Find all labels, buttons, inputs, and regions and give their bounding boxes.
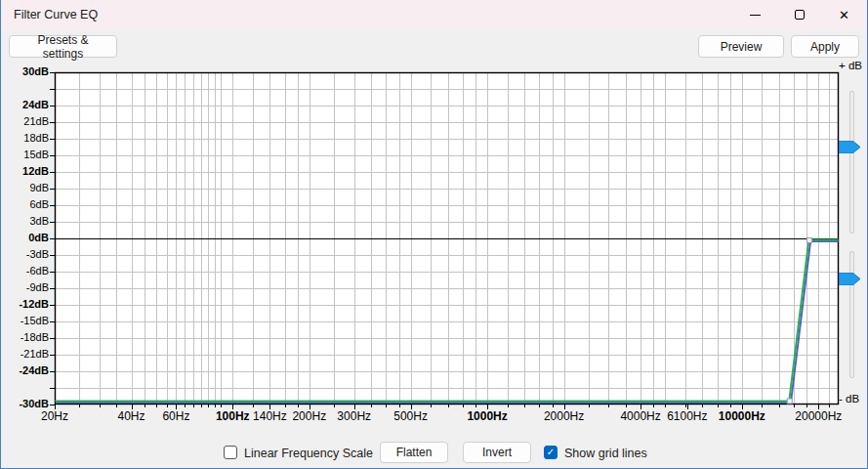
max-db-slider-thumb[interactable] [839, 141, 861, 153]
y-axis-label--21db: -21dB [1, 348, 49, 361]
y-axis-label-0db: 0dB [1, 232, 49, 244]
x-axis-label-2000hz: 2000Hz [525, 409, 603, 423]
curve-control-point[interactable] [787, 399, 792, 404]
eq-curve-plot[interactable] [1, 0, 868, 469]
y-axis-label-3db: 3dB [1, 215, 49, 228]
y-axis-label--12db: -12dB [1, 298, 49, 311]
y-axis-label-21db: 21dB [1, 115, 49, 128]
y-axis-label-24db: 24dB [1, 99, 49, 111]
show-grid-lines-checkbox[interactable]: ✓ [544, 446, 558, 459]
y-axis-label-18db: 18dB [1, 132, 49, 145]
minus-db-label: - dB [839, 393, 859, 405]
x-axis-label-10000hz: 10000Hz [703, 409, 781, 423]
x-axis-label-1000hz: 1000Hz [448, 409, 526, 423]
y-axis-label-9db: 9dB [1, 182, 49, 194]
linear-frequency-scale-checkbox[interactable] [224, 446, 237, 459]
y-axis-label-6db: 6dB [1, 198, 49, 211]
show-grid-lines-label: Show grid lines [564, 447, 647, 460]
plus-db-label: + dB [839, 60, 862, 71]
curve-control-point[interactable] [806, 238, 811, 243]
invert-button[interactable]: Invert [463, 442, 531, 463]
x-axis-label-20hz: 20Hz [16, 409, 94, 423]
x-axis-label-20000hz: 20000Hz [779, 409, 857, 423]
y-axis-label--3db: -3dB [1, 248, 49, 261]
filter-curve-eq-dialog: Filter Curve EQ ✕ Presets & settings Pre… [0, 0, 868, 469]
y-axis-label--18db: -18dB [1, 331, 49, 344]
flatten-button[interactable]: Flatten [380, 442, 448, 463]
linear-frequency-scale-label: Linear Frequency Scale [244, 447, 373, 460]
y-axis-label--6db: -6dB [1, 265, 49, 277]
y-axis-label-15db: 15dB [1, 149, 49, 161]
check-icon: ✓ [547, 448, 555, 457]
y-axis-label--24db: -24dB [1, 364, 49, 377]
y-axis-label-30db: 30dB [1, 65, 49, 78]
y-axis-label--9db: -9dB [1, 281, 49, 294]
y-axis-label--15db: -15dB [1, 315, 49, 327]
max-db-slider-track[interactable] [849, 91, 854, 234]
y-axis-label-12db: 12dB [1, 165, 49, 178]
min-db-slider-thumb[interactable] [839, 273, 861, 285]
min-db-slider-track[interactable] [849, 251, 854, 378]
x-axis-label-500hz: 500Hz [372, 409, 450, 423]
